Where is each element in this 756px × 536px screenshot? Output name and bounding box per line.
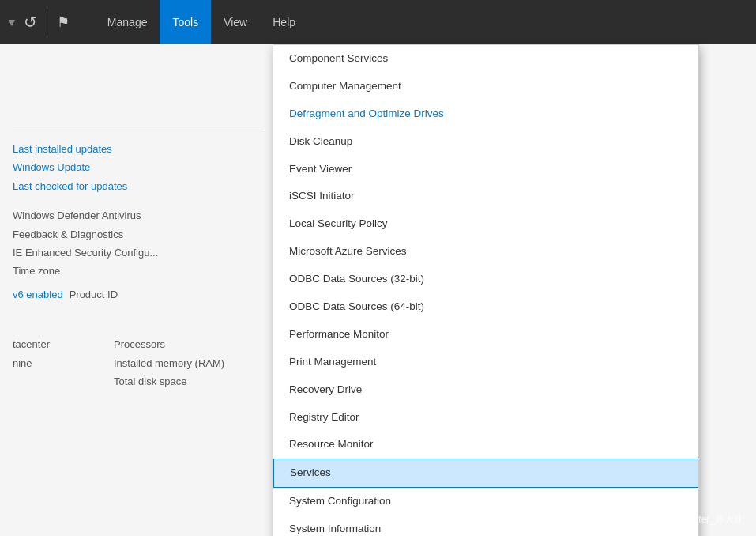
dropdown-item-9[interactable]: ODBC Data Sources (64-bit) (273, 293, 698, 321)
arrow-icon: ▼ (6, 16, 17, 28)
product-id-row: v6 enabled Product ID (13, 285, 263, 304)
menu-manage[interactable]: Manage (95, 0, 160, 44)
watermark: CSDN @Tester_孙大壮 (645, 513, 743, 527)
flag-icon[interactable]: ⚑ (57, 13, 70, 31)
dropdown-item-12[interactable]: Recovery Drive (273, 376, 698, 404)
installed-memory-label[interactable]: Installed memory (RAM) (114, 354, 224, 372)
dropdown-item-2[interactable]: Defragment and Optimize Drives (273, 100, 698, 128)
toolbar: ▼ ↺ ⚑ Manage Tools View Help (0, 0, 756, 44)
product-id-label: Product ID (70, 285, 164, 304)
dropdown-item-3[interactable]: Disk Cleanup (273, 128, 698, 156)
menu-view[interactable]: View (211, 0, 260, 44)
dropdown-item-5[interactable]: iSCSI Initiator (273, 183, 698, 210)
divider1 (13, 130, 263, 130)
v6-enabled-label: v6 enabled (13, 285, 63, 304)
main-window: ▼ ↺ ⚑ Manage Tools View Help Last instal… (0, 0, 756, 536)
ie-security[interactable]: IE Enhanced Security Configu... (13, 243, 263, 262)
dropdown-item-0[interactable]: Component Services (273, 45, 698, 73)
left-panel: Last installed updates Windows Update La… (0, 44, 276, 536)
menu-tools[interactable]: Tools (160, 0, 211, 44)
refresh-icon[interactable]: ↺ (24, 13, 37, 32)
time-zone[interactable]: Time zone (13, 262, 263, 280)
edition-label2: nine (13, 354, 107, 372)
feedback-diagnostics[interactable]: Feedback & Diagnostics (13, 225, 263, 243)
dropdown-item-1[interactable]: Computer Management (273, 73, 698, 100)
dropdown-item-6[interactable]: Local Security Policy (273, 210, 698, 238)
dropdown-item-8[interactable]: ODBC Data Sources (32-bit) (273, 266, 698, 293)
processors-label[interactable]: Processors (114, 335, 224, 353)
edition-row: tacenter nine Processors Installed memor… (13, 335, 263, 391)
windows-update[interactable]: Windows Update (13, 158, 263, 176)
dropdown-item-17[interactable]: System Information (273, 515, 698, 536)
last-checked-updates[interactable]: Last checked for updates (13, 177, 263, 195)
tools-dropdown: Component ServicesComputer ManagementDef… (273, 44, 699, 536)
dropdown-item-13[interactable]: Registry Editor (273, 404, 698, 432)
menu-help[interactable]: Help (260, 0, 308, 44)
menubar: Manage Tools View Help (95, 0, 308, 44)
dropdown-item-4[interactable]: Event Viewer (273, 156, 698, 183)
dropdown-item-16[interactable]: System Configuration (273, 488, 698, 515)
total-disk-label[interactable]: Total disk space (114, 372, 224, 391)
section-updates: Last installed updates Windows Update La… (13, 140, 263, 195)
toolbar-icons: ▼ ↺ ⚑ (6, 11, 70, 33)
windows-defender[interactable]: Windows Defender Antivirus (13, 206, 263, 225)
dropdown-item-7[interactable]: Microsoft Azure Services (273, 238, 698, 266)
separator1 (47, 11, 47, 33)
edition-label1: tacenter (13, 335, 107, 353)
last-installed-updates[interactable]: Last installed updates (13, 140, 263, 158)
section-security: Windows Defender Antivirus Feedback & Di… (13, 206, 263, 281)
dropdown-item-14[interactable]: Resource Monitor (273, 431, 698, 459)
dropdown-item-11[interactable]: Print Management (273, 349, 698, 376)
dropdown-item-10[interactable]: Performance Monitor (273, 321, 698, 349)
dropdown-item-15[interactable]: Services (273, 459, 698, 488)
